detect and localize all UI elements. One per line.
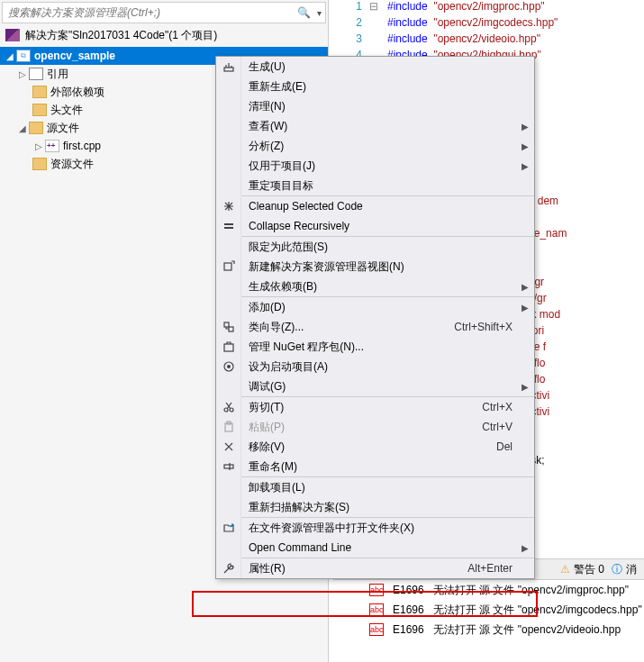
external-deps-label: 外部依赖项 (50, 85, 104, 100)
menu-build[interactable]: 生成(U) (216, 57, 534, 77)
startup-icon (222, 360, 235, 373)
error-icon: abc (369, 584, 384, 596)
collapse-arrow-icon[interactable]: ◢ (16, 123, 29, 133)
references-icon (29, 68, 43, 80)
menu-retarget[interactable]: 重定项目目标 (216, 176, 534, 195)
error-code: E1696 (393, 623, 424, 636)
error-row[interactable]: abc E1696 无法打开 源 文件 "opencv2/imgproc.hpp… (333, 580, 644, 600)
collapse-icon (222, 220, 235, 232)
menu-startup[interactable]: 设为启动项目(A) (216, 357, 534, 376)
menu-paste[interactable]: 粘贴(P)Ctrl+V (216, 417, 534, 437)
menu-unload[interactable]: 卸载项目(L) (216, 477, 534, 497)
solution-label: 解决方案"Sln2017031 4Code"(1 个项目) (25, 28, 217, 43)
submenu-arrow-icon: ▶ (522, 141, 529, 151)
submenu-arrow-icon: ▶ (522, 282, 529, 292)
vs-icon (5, 29, 20, 41)
svg-rect-5 (229, 327, 233, 331)
cpp-file-icon (45, 140, 59, 152)
menu-properties[interactable]: 属性(R)Alt+Enter (216, 558, 534, 578)
error-code: E1696 (393, 584, 424, 596)
search-dropdown-icon[interactable]: ▾ (313, 8, 325, 18)
project-label: opencv_sample (34, 50, 115, 62)
error-text: 无法打开 源 文件 "opencv2/imgproc.hpp" (433, 583, 629, 598)
svg-point-8 (227, 365, 231, 368)
menu-clean[interactable]: 清理(N) (216, 96, 534, 116)
menu-nuget[interactable]: 管理 NuGet 程序包(N)... (216, 337, 534, 357)
svg-rect-3 (224, 263, 231, 270)
svg-rect-4 (224, 322, 229, 327)
messages-filter[interactable]: ⓘ消 (612, 562, 637, 577)
error-code: E1696 (393, 603, 424, 616)
context-menu: 生成(U) 重新生成(E) 清理(N) 查看(W)▶ 分析(Z)▶ 仅用于项目(… (215, 56, 535, 579)
svg-rect-6 (224, 344, 233, 351)
folder-icon (32, 104, 47, 116)
error-row[interactable]: abc E1696 无法打开 源 文件 "opencv2/videoio.hpp (333, 620, 644, 639)
error-text: 无法打开 源 文件 "opencv2/imgcodecs.hpp" (433, 603, 642, 618)
error-text: 无法打开 源 文件 "opencv2/videoio.hpp (433, 622, 621, 638)
remove-icon (222, 440, 235, 453)
search-bar: 🔍 ▾ (2, 2, 326, 23)
svg-rect-2 (224, 227, 233, 229)
class-wizard-icon (222, 321, 235, 333)
wrench-icon (222, 562, 235, 575)
menu-class-wizard[interactable]: 类向导(Z)...Ctrl+Shift+X (216, 317, 534, 337)
submenu-arrow-icon: ▶ (522, 303, 529, 313)
menu-view[interactable]: 查看(W)▶ (216, 116, 534, 136)
warnings-filter[interactable]: ⚠警告 0 (560, 562, 604, 577)
menu-cut[interactable]: 剪切(T)Ctrl+X (216, 397, 534, 417)
menu-project-only[interactable]: 仅用于项目(J)▶ (216, 156, 534, 176)
svg-rect-0 (224, 68, 233, 71)
menu-debug[interactable]: 调试(G)▶ (216, 376, 534, 396)
menu-rebuild[interactable]: 重新生成(E) (216, 77, 534, 96)
menu-open-folder[interactable]: 在文件资源管理器中打开文件夹(X) (216, 518, 534, 538)
submenu-arrow-icon: ▶ (522, 543, 529, 553)
menu-build-deps[interactable]: 生成依赖项(B)▶ (216, 277, 534, 296)
folder-icon (32, 158, 47, 170)
menu-collapse[interactable]: Collapse Recursively (216, 216, 534, 236)
cleanup-icon (222, 200, 235, 213)
expand-arrow-icon[interactable]: ▷ (32, 141, 45, 151)
submenu-arrow-icon: ▶ (522, 161, 529, 171)
nuget-icon (222, 340, 235, 353)
solution-node[interactable]: 解决方案"Sln2017031 4Code"(1 个项目) (0, 25, 328, 45)
folder-open-icon (222, 521, 235, 534)
submenu-arrow-icon: ▶ (522, 122, 529, 131)
menu-rescan[interactable]: 重新扫描解决方案(S) (216, 497, 534, 517)
submenu-arrow-icon: ▶ (522, 382, 529, 392)
menu-new-view[interactable]: 新建解决方案资源管理器视图(N) (216, 257, 534, 277)
resources-label: 资源文件 (50, 157, 94, 172)
menu-add[interactable]: 添加(D)▶ (216, 297, 534, 317)
menu-open-cmd[interactable]: Open Command Line▶ (216, 538, 534, 558)
search-input[interactable] (3, 6, 295, 19)
cut-icon (222, 401, 235, 413)
folder-icon (32, 86, 47, 98)
rename-icon (222, 460, 235, 473)
expand-arrow-icon[interactable]: ▷ (16, 69, 29, 79)
collapse-arrow-icon[interactable]: ◢ (4, 51, 16, 61)
menu-rename[interactable]: 重命名(M) (216, 457, 534, 476)
menu-analyze[interactable]: 分析(Z)▶ (216, 136, 534, 156)
error-row[interactable]: abc E1696 无法打开 源 文件 "opencv2/imgcodecs.h… (333, 600, 644, 620)
build-icon (222, 60, 235, 73)
headers-label: 头文件 (50, 103, 83, 118)
menu-scope[interactable]: 限定为此范围(S) (216, 237, 534, 257)
new-view-icon (222, 260, 235, 273)
references-label: 引用 (47, 67, 68, 82)
sources-label: 源文件 (47, 121, 79, 136)
folder-icon (29, 122, 43, 134)
search-icon[interactable]: 🔍 (295, 6, 313, 19)
error-icon: abc (369, 603, 384, 616)
menu-cleanup-code[interactable]: Cleanup Selected Code (216, 196, 534, 216)
svg-rect-13 (224, 465, 233, 468)
svg-rect-1 (224, 223, 233, 225)
cpp-project-icon: ⧉ (16, 50, 31, 62)
error-icon: abc (369, 623, 384, 636)
menu-remove[interactable]: 移除(V)Del (216, 437, 534, 457)
source-file-label: first.cpp (63, 140, 101, 152)
paste-icon (222, 421, 235, 433)
